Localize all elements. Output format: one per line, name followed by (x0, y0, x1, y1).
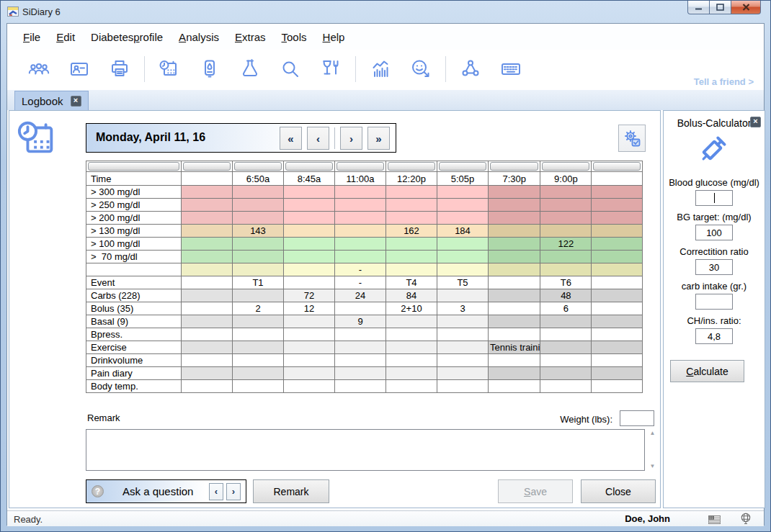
time-header-cell[interactable]: 11:00a (335, 172, 386, 186)
logbook-cell[interactable] (489, 212, 540, 225)
logbook-cell[interactable] (540, 251, 592, 263)
logbook-cell[interactable]: T6 (540, 276, 592, 289)
remark-button[interactable]: Remark (253, 479, 329, 503)
logbook-cell[interactable] (182, 302, 233, 315)
logbook-cell[interactable]: T1 (233, 276, 284, 289)
logbook-cell[interactable] (182, 328, 233, 341)
logbook-cell[interactable] (386, 186, 437, 199)
logbook-cell[interactable]: T4 (386, 276, 437, 289)
logbook-cell[interactable] (335, 238, 386, 251)
column-header-button[interactable] (592, 161, 643, 172)
logbook-cell[interactable] (284, 251, 335, 263)
logbook-cell[interactable] (284, 276, 335, 289)
minimize-button[interactable] (687, 1, 710, 14)
time-header-cell[interactable]: 5:05p (437, 172, 489, 186)
keyboard-icon[interactable] (500, 58, 522, 80)
logbook-cell[interactable] (335, 186, 386, 199)
logbook-cell[interactable] (540, 367, 592, 380)
logbook-cell[interactable] (592, 367, 643, 380)
logbook-cell[interactable] (284, 354, 335, 367)
contact-card-icon[interactable] (68, 58, 90, 80)
users-icon[interactable] (28, 58, 50, 80)
logbook-cell[interactable] (233, 186, 284, 199)
logbook-cell[interactable] (540, 199, 592, 212)
logbook-cell[interactable]: 48 (540, 289, 592, 302)
close-logbook-button[interactable]: Close (581, 479, 656, 503)
logbook-cell[interactable] (182, 315, 233, 328)
logbook-cell[interactable] (489, 199, 540, 212)
titlebar[interactable]: SiDiary 6 (1, 1, 770, 23)
logbook-cell[interactable] (437, 328, 489, 341)
logbook-cell[interactable] (489, 289, 540, 302)
logbook-cell[interactable] (335, 380, 386, 393)
logbook-cell[interactable] (437, 251, 489, 263)
column-header-button[interactable] (437, 161, 489, 172)
logbook-cell[interactable] (489, 302, 540, 315)
smiley-share-icon[interactable] (410, 58, 432, 80)
column-header-button[interactable] (386, 161, 437, 172)
logbook-cell[interactable] (284, 341, 335, 354)
logbook-cell[interactable] (335, 341, 386, 354)
logbook-cell[interactable] (335, 212, 386, 225)
correction-ratio-input[interactable] (695, 259, 733, 275)
logbook-cell[interactable] (592, 263, 643, 276)
menu-help[interactable]: Help (315, 28, 353, 46)
next-day-button[interactable]: › (340, 127, 362, 150)
logbook-cell[interactable]: 3 (437, 302, 489, 315)
logbook-cell[interactable] (335, 302, 386, 315)
logbook-cell[interactable] (233, 367, 284, 380)
logbook-cell[interactable] (182, 354, 233, 367)
logbook-cell[interactable] (437, 186, 489, 199)
language-flag-icon[interactable] (708, 514, 721, 527)
logbook-cell[interactable] (182, 225, 233, 238)
logbook-cell[interactable] (592, 341, 643, 354)
logbook-cell[interactable] (386, 367, 437, 380)
logbook-cell[interactable] (182, 276, 233, 289)
logbook-cell[interactable] (335, 367, 386, 380)
logbook-cell[interactable] (182, 212, 233, 225)
remark-textarea[interactable] (86, 429, 645, 471)
logbook-cell[interactable] (489, 354, 540, 367)
logbook-cell[interactable] (437, 212, 489, 225)
column-header-button[interactable] (182, 161, 233, 172)
first-day-button[interactable]: « (280, 127, 302, 150)
bg-target-input[interactable] (695, 225, 733, 240)
logbook-cell[interactable] (284, 328, 335, 341)
logbook-cell[interactable] (182, 251, 233, 263)
logbook-cell[interactable] (592, 315, 643, 328)
time-header-cell[interactable] (592, 172, 643, 186)
logbook-cell[interactable] (540, 225, 592, 238)
logbook-cell[interactable] (592, 289, 643, 302)
ask-question-panel[interactable]: ? Ask a question ‹ › (86, 479, 246, 503)
logbook-cell[interactable] (489, 315, 540, 328)
column-header-button[interactable] (540, 161, 592, 172)
logbook-cell[interactable] (540, 328, 592, 341)
column-header-button[interactable] (335, 161, 386, 172)
logbook-cell[interactable]: Tennis traini (489, 341, 540, 354)
logbook-cell[interactable] (592, 276, 643, 289)
logbook-cell[interactable] (233, 341, 284, 354)
menu-analysis[interactable]: Analysis (171, 28, 227, 46)
logbook-cell[interactable] (335, 251, 386, 263)
glucose-meter-icon[interactable] (199, 58, 220, 80)
logbook-cell[interactable] (182, 367, 233, 380)
calculate-button[interactable]: Calculate (670, 360, 744, 382)
logbook-cell[interactable] (489, 276, 540, 289)
ask-prev-button[interactable]: ‹ (209, 483, 223, 500)
search-icon[interactable] (280, 58, 301, 80)
logbook-cell[interactable] (386, 354, 437, 367)
logbook-cell[interactable] (233, 263, 284, 276)
logbook-cell[interactable] (335, 354, 386, 367)
tab-close-icon[interactable]: × (71, 96, 81, 107)
logbook-cell[interactable] (540, 186, 592, 199)
logbook-cell[interactable] (489, 367, 540, 380)
logbook-cell[interactable] (386, 263, 437, 276)
logbook-cell[interactable] (540, 341, 592, 354)
ch-ins-ratio-input[interactable] (695, 328, 733, 344)
time-header-cell[interactable]: 6:50a (233, 172, 284, 186)
logbook-cell[interactable]: - (335, 263, 386, 276)
logbook-cell[interactable]: 84 (386, 289, 437, 302)
tab-logbook[interactable]: Logbook × (14, 91, 89, 110)
logbook-cell[interactable] (437, 263, 489, 276)
logbook-cell[interactable] (592, 354, 643, 367)
